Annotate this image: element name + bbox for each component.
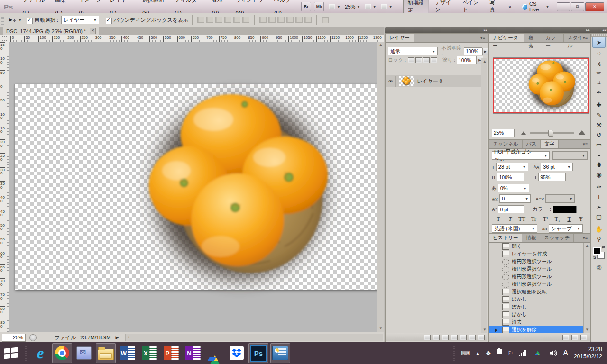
collapse-panels-button-2[interactable]: ▸▸ xyxy=(488,27,592,33)
blur-tool[interactable]: ⬮ xyxy=(593,160,605,170)
status-zoom-field[interactable]: 25% xyxy=(2,334,26,342)
history-source-well[interactable] xyxy=(489,296,499,303)
swap-colors-icon[interactable]: ⇄ xyxy=(602,245,605,249)
taskbar-clock[interactable]: 23:28 2015/02/12 xyxy=(574,346,602,360)
expand-toolbar-button[interactable]: ◂◂ xyxy=(591,27,607,33)
lock-all-icon[interactable] xyxy=(431,57,437,63)
network-signal-icon[interactable] xyxy=(519,350,526,356)
lock-transparency-icon[interactable] xyxy=(408,57,414,63)
tab-history-0[interactable]: ヒストリー xyxy=(489,234,522,242)
zoom-out-icon[interactable] xyxy=(521,131,526,135)
shape-tool[interactable]: ▢ xyxy=(593,212,605,222)
tab-navigator-0[interactable]: ナビゲーター xyxy=(489,34,524,42)
layers-scroll-down[interactable]: ▼ xyxy=(481,327,488,333)
history-state-row[interactable]: ぼかし xyxy=(489,303,584,311)
bounding-box-checkbox[interactable] xyxy=(106,18,112,24)
tsume-select[interactable]: 0%▼ xyxy=(498,184,529,192)
vertical-ruler[interactable]: 1501005005010015020025030035040045050055… xyxy=(0,42,9,332)
history-source-well[interactable] xyxy=(489,311,499,318)
document-close-icon[interactable]: ✕ xyxy=(90,28,96,34)
move-tool[interactable]: ➤ xyxy=(592,37,606,48)
quick-mask-button[interactable]: ◎ xyxy=(593,262,605,272)
history-state-row[interactable]: 楕円形選択ツール xyxy=(489,258,584,266)
history-panel-menu-icon[interactable]: ▾≡ xyxy=(581,235,589,241)
auto-select-target-select[interactable]: レイヤー▼ xyxy=(61,16,99,24)
path-selection-tool[interactable]: ➢ xyxy=(593,202,605,212)
spot-healing-brush-tool[interactable]: ✚ xyxy=(593,100,605,110)
history-source-well[interactable] xyxy=(489,281,499,288)
tab-layers[interactable]: レイヤー xyxy=(386,34,414,42)
current-tool-icon[interactable]: ➤✛ xyxy=(8,17,16,23)
taskbar-app-internet-explorer[interactable]: e xyxy=(30,343,50,363)
tab-history-1[interactable]: 情報 xyxy=(522,234,540,242)
zoom-in-icon[interactable] xyxy=(578,130,586,135)
navigator-panel-menu-icon[interactable]: ▾≡ xyxy=(581,35,589,41)
workspace-overflow-button[interactable]: » xyxy=(504,3,515,10)
kerning-select[interactable]: ▼ xyxy=(545,194,575,203)
volume-icon[interactable] xyxy=(550,350,557,356)
vertical-scrollbar[interactable]: ▲ ▼ xyxy=(377,42,385,332)
horizontal-scrollbar[interactable]: ‹ xyxy=(125,334,383,341)
default-colors-icon[interactable]: ◪ xyxy=(593,256,596,260)
font-style-select[interactable]: -▼ xyxy=(552,151,588,160)
history-source-well[interactable] xyxy=(489,273,499,281)
elliptical-marquee-tool[interactable]: ◌ xyxy=(593,48,605,58)
vertical-scale-field[interactable]: 100% xyxy=(497,173,524,181)
font-size-select[interactable]: 28 pt▼ xyxy=(496,163,528,171)
lock-pixels-icon[interactable] xyxy=(415,57,422,63)
layout-dropdown[interactable]: ▼ xyxy=(329,4,340,9)
taskbar-app-onenote[interactable]: N xyxy=(183,343,203,363)
mini-bridge-button[interactable]: Mb xyxy=(314,2,324,11)
new-document-from-state-icon[interactable] xyxy=(562,335,569,340)
foreground-color-swatch[interactable] xyxy=(593,247,601,255)
taskbar-app-file-explorer[interactable] xyxy=(96,343,116,363)
tab-character-0[interactable]: チャンネル xyxy=(489,140,523,148)
horizontal-ruler[interactable]: 0501001502002503003504004505005506006507… xyxy=(9,35,384,42)
leading-select[interactable]: 36 pt▼ xyxy=(541,163,573,171)
history-source-well[interactable] xyxy=(489,319,499,326)
action-center-flag-icon[interactable]: ⚐ xyxy=(508,350,514,357)
ime-language-indicator[interactable]: A xyxy=(563,349,568,357)
history-state-row[interactable]: 選択範囲を反転 xyxy=(489,288,584,296)
history-source-well[interactable] xyxy=(489,289,499,296)
font-family-select[interactable]: HGP平成角ゴシッ...▼ xyxy=(492,151,550,160)
lasso-tool[interactable]: ʓ xyxy=(593,58,605,68)
clone-stamp-tool[interactable]: ⚒ xyxy=(593,120,605,130)
collapse-panels-button-1[interactable]: ▸▸ xyxy=(385,27,490,33)
show-hidden-icons-arrow[interactable]: ▲ xyxy=(476,351,480,355)
auto-align-layers-icon[interactable] xyxy=(322,17,329,23)
layer-thumbnail[interactable] xyxy=(399,76,414,86)
burn-tool[interactable]: ◉ xyxy=(593,170,605,180)
taskbar-app-word[interactable]: W xyxy=(118,343,138,363)
restore-button[interactable]: ⧉ xyxy=(571,2,584,11)
dropbox-tray-icon[interactable]: ❖ xyxy=(486,350,491,357)
history-state-row[interactable]: 楕円形選択ツール xyxy=(489,273,584,281)
zoom-slider-thumb[interactable] xyxy=(548,130,553,136)
opacity-field[interactable]: 100% xyxy=(464,47,482,55)
new-group-icon[interactable] xyxy=(460,335,467,340)
taskbar-app-display-settings-app[interactable] xyxy=(270,343,290,363)
delete-layer-icon[interactable] xyxy=(478,335,485,340)
horizontal-scale-field[interactable]: 95% xyxy=(538,173,566,181)
google-drive-tray-icon[interactable] xyxy=(535,351,541,355)
character-panel-menu-icon[interactable]: ▾≡ xyxy=(581,141,589,147)
taskbar-app-windows-live-mail[interactable] xyxy=(74,343,94,363)
history-scroll-up[interactable]: ▲ xyxy=(584,243,590,249)
all-caps-button[interactable]: TT xyxy=(517,216,527,223)
underline-button[interactable]: T xyxy=(564,216,574,223)
new-layer-icon[interactable] xyxy=(469,335,476,340)
history-state-row[interactable]: ぼかし xyxy=(489,311,584,319)
tab-navigator-1[interactable]: 段落 xyxy=(524,34,542,42)
taskbar-app-excel[interactable]: X xyxy=(139,343,159,363)
baseline-shift-field[interactable]: 0 pt xyxy=(498,205,524,213)
layer-style-fx-icon[interactable] xyxy=(433,335,440,340)
pen-tool[interactable]: ✑ xyxy=(593,182,605,192)
adjustment-layer-icon[interactable] xyxy=(451,335,458,340)
history-source-well[interactable] xyxy=(489,258,499,265)
bridge-button[interactable]: Br xyxy=(301,2,311,11)
language-select[interactable]: 英語 (米国)▼ xyxy=(492,224,537,233)
layers-scrollbar[interactable]: ▲ ▼ xyxy=(481,58,487,333)
history-source-well[interactable] xyxy=(489,251,499,258)
history-source-well[interactable] xyxy=(489,304,499,311)
taskbar-app-google-drive[interactable] xyxy=(205,343,225,363)
